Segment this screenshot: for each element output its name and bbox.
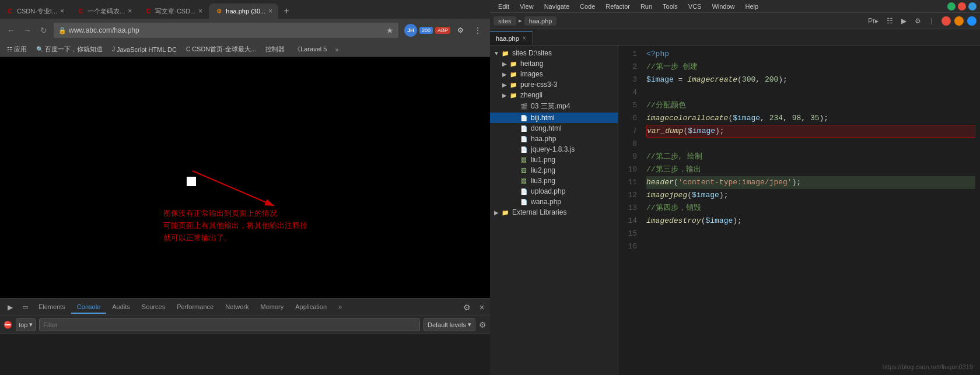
code-line-5: //分配颜色 xyxy=(646,99,975,112)
devtools-tab-elements[interactable]: Elements xyxy=(33,301,71,314)
tree-item-sites[interactable]: ▼ 📁 sites D:\sites xyxy=(490,48,618,58)
file-icon-dong: 📄 xyxy=(519,124,528,132)
tree-label-dong: dong.html xyxy=(531,124,562,132)
tree-item-mp4[interactable]: ▶ 🎬 03 三英.mp4 xyxy=(490,100,618,113)
bookmark-baidu[interactable]: 🔍 百度一下，你就知道 xyxy=(33,44,106,55)
tab-close-4[interactable]: × xyxy=(268,7,272,15)
refresh-button[interactable]: ↻ xyxy=(37,24,50,37)
menu-icon[interactable]: ⋮ xyxy=(470,23,485,38)
tree-label-external: External Libraries xyxy=(512,208,566,216)
ide-sites-btn[interactable]: sites xyxy=(494,16,516,26)
tab-close-3[interactable]: × xyxy=(198,7,202,15)
code-line-4 xyxy=(646,86,975,99)
tree-item-zhengli[interactable]: ▶ 📁 zhengli xyxy=(490,90,618,100)
folder-icon-zhengli: 📁 xyxy=(509,91,518,99)
devtools-tab-console[interactable]: Console xyxy=(71,301,106,314)
devtools-filter-input[interactable] xyxy=(39,318,420,331)
ide-menu-refactor[interactable]: Refactor xyxy=(601,2,635,11)
bookmark-js[interactable]: J JavaScript HTML DC xyxy=(108,45,180,54)
code-editor[interactable]: 1 2 3 4 5 6 7 8 9 10 11 12 13 14 xyxy=(618,45,980,375)
star-icon[interactable]: ★ xyxy=(386,26,394,35)
code-content[interactable]: <?php //第一步 创建 $image = imagecreate ( xyxy=(642,45,980,375)
context-select[interactable]: top ▾ xyxy=(16,318,36,331)
tree-item-liu3[interactable]: ▶ 🖼 liu3.png xyxy=(490,176,618,186)
bookmark-csdn[interactable]: C CSDN首页-全球最大... xyxy=(183,44,260,55)
tree-item-pure[interactable]: ▶ 📁 pure-css3-3 xyxy=(490,79,618,90)
bookmark-controller[interactable]: 控制器 xyxy=(262,44,288,55)
ide-menu-vcs[interactable]: VCS xyxy=(684,2,706,11)
ide-menu-code[interactable]: Code xyxy=(575,2,600,11)
ide-menu-tools[interactable]: Tools xyxy=(658,2,682,11)
browser-tab-4[interactable]: ⚙ haa.php (30... × xyxy=(209,3,278,19)
ide-menu-edit[interactable]: Edit xyxy=(494,2,514,11)
ide-run-btn[interactable]: ▶ xyxy=(899,16,909,26)
tree-item-external[interactable]: ▶ 📁 External Libraries xyxy=(490,207,618,218)
tab-close-1[interactable]: × xyxy=(60,7,64,15)
devtools-tab-network[interactable]: Network xyxy=(219,301,254,314)
highlight-arrow xyxy=(642,127,644,135)
tree-item-dong[interactable]: ▶ 📄 dong.html xyxy=(490,123,618,134)
tree-item-biji[interactable]: ▶ 📄 biji.html xyxy=(490,113,618,123)
level-select[interactable]: Default levels ▾ xyxy=(424,318,475,331)
devtools-tab-application[interactable]: Application xyxy=(289,301,332,314)
back-button[interactable]: ← xyxy=(5,24,18,37)
devtools-tab-memory[interactable]: Memory xyxy=(254,301,289,314)
devtools-mobile-icon[interactable]: ▭ xyxy=(18,303,33,311)
tree-item-heitang[interactable]: ▶ 📁 heitang xyxy=(490,58,618,69)
ide-layout-btn[interactable]: ⎱ xyxy=(927,16,936,26)
ide-menu-help[interactable]: Help xyxy=(741,2,764,11)
ide-menu-window[interactable]: Window xyxy=(707,2,739,11)
ide-menu-navigate[interactable]: Navigate xyxy=(540,2,574,11)
devtools-tab-audits[interactable]: Audits xyxy=(106,301,136,314)
code-line-11: header ( 'content-type:image/jpeg' ) ; xyxy=(646,176,975,189)
devtools-settings-btn[interactable]: ⚙ xyxy=(461,302,473,313)
ide-minimize-btn[interactable] xyxy=(968,2,977,10)
forward-button[interactable]: → xyxy=(21,24,34,37)
browser-ball-ie xyxy=(967,16,977,26)
bookmark-laravel[interactable]: 《Laravel 5 xyxy=(290,44,330,55)
devtools-tab-performance[interactable]: Performance xyxy=(171,301,219,314)
tree-item-liu1[interactable]: ▶ 🖼 liu1.png xyxy=(490,155,618,165)
tab-favicon-4: ⚙ xyxy=(215,7,223,15)
ln-8: 8 xyxy=(618,138,637,150)
tree-label-liu2: liu2.png xyxy=(531,166,555,174)
browser-tab-2[interactable]: C 一个老码农... × xyxy=(71,3,138,19)
extensions-icon[interactable]: ⚙ xyxy=(453,23,468,38)
ide-settings-btn[interactable]: ⚙ xyxy=(912,16,923,26)
ide-menu-view[interactable]: View xyxy=(515,2,538,11)
devtools-tab-more[interactable]: » xyxy=(332,301,348,314)
ide-maximize-btn[interactable] xyxy=(947,2,956,10)
tree-item-jquery[interactable]: ▶ 📄 jquery-1.8.3.js xyxy=(490,144,618,155)
ide-tab-haa-close[interactable]: × xyxy=(523,35,526,41)
devtools-inspect-icon[interactable]: ▶ xyxy=(2,303,18,311)
bookmark-controller-label: 控制器 xyxy=(265,45,285,54)
bookmark-js-label: JavaScript HTML DC xyxy=(117,46,177,53)
ide-menu-run[interactable]: Run xyxy=(636,2,657,11)
devtools-close-btn[interactable]: × xyxy=(476,302,488,313)
new-tab-button[interactable]: + xyxy=(279,3,294,19)
browser-tab-1[interactable]: C CSDN-专业I... × xyxy=(0,3,70,19)
ide-main-area: ▼ 📁 sites D:\sites ▶ 📁 heitang ▶ 📁 image… xyxy=(490,45,980,375)
tree-item-wana[interactable]: ▶ 📄 wana.php xyxy=(490,197,618,207)
devtools-gear-icon[interactable]: ⚙ xyxy=(479,320,487,330)
devtools-tab-sources[interactable]: Sources xyxy=(136,301,171,314)
ide-haa-breadcrumb[interactable]: haa.php xyxy=(524,16,557,26)
tab-close-2[interactable]: × xyxy=(128,7,132,15)
code-line-2: //第一步 创建 xyxy=(646,61,975,73)
tree-item-haa[interactable]: ▶ 📄 haa.php xyxy=(490,134,618,144)
devtools-clear-btn[interactable]: ⛔ xyxy=(4,321,12,329)
code-line-6: imagecolorallocate ( $image , 234 , 98 ,… xyxy=(646,112,975,125)
toolbar-icons: JH 200 ABP ⚙ ⋮ xyxy=(404,23,485,38)
tree-item-upload[interactable]: ▶ 📄 upload.php xyxy=(490,186,618,197)
ide-project-btn[interactable]: Pr▸ xyxy=(866,16,881,26)
ide-tab-haa[interactable]: haa.php × xyxy=(490,31,533,45)
ide-close-btn[interactable] xyxy=(958,2,966,10)
bookmark-apps[interactable]: ☷ 应用 xyxy=(4,44,30,55)
tree-item-liu2[interactable]: ▶ 🖼 liu2.png xyxy=(490,165,618,176)
ide-structure-btn[interactable]: ☷ xyxy=(884,16,895,26)
js-icon: J xyxy=(112,46,115,52)
address-box[interactable]: 🔒 www.abc.com/haa.php ★ xyxy=(54,23,398,38)
tree-item-images[interactable]: ▶ 📁 images xyxy=(490,69,618,79)
bookmarks-more[interactable]: » xyxy=(332,45,341,54)
browser-tab-3[interactable]: C 写文章-CSD... × xyxy=(138,3,208,19)
